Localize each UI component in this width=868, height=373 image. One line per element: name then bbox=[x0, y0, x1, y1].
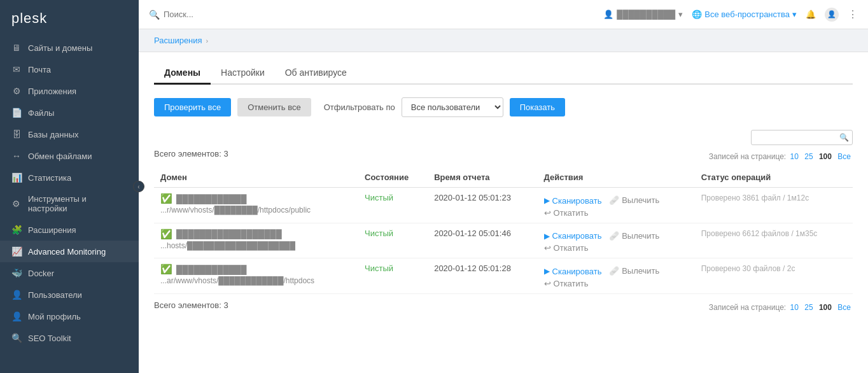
table-search-input[interactable] bbox=[751, 130, 853, 145]
per-page-bottom-100[interactable]: 100 bbox=[819, 303, 832, 312]
col-header-status: Состояние bbox=[358, 167, 428, 188]
op-status-cell-0: Проверено 3861 файл / 1м12с bbox=[695, 188, 853, 223]
show-button[interactable]: Показать bbox=[510, 98, 565, 116]
heal-button-1[interactable]: 🩹 Вылечить bbox=[609, 231, 659, 241]
col-header-actions: Действия bbox=[538, 167, 695, 188]
table-search-wrap: 🔍 bbox=[751, 130, 853, 145]
breadcrumb: Расширения › bbox=[139, 29, 868, 52]
rollback-button-1[interactable]: ↩ Откатить bbox=[544, 243, 589, 253]
tab-domains[interactable]: Домены bbox=[154, 62, 211, 85]
scan-button-2[interactable]: ▶ Сканировать bbox=[544, 267, 602, 276]
content-area: Домены Настройки Об антивирусе Проверить… bbox=[139, 52, 868, 373]
sidebar-item-myprofile[interactable]: 👤 Мой профиль bbox=[0, 306, 139, 327]
breadcrumb-parent[interactable]: Расширения bbox=[154, 36, 202, 45]
extensions-icon: 🧩 bbox=[11, 225, 22, 235]
time-value-0: 2020-01-12 05:01:23 bbox=[434, 193, 511, 202]
search-box: 🔍 bbox=[149, 10, 597, 20]
time-cell-1: 2020-01-12 05:01:46 bbox=[428, 223, 537, 258]
col-header-op-status: Статус операций bbox=[695, 167, 853, 188]
heal-icon-2: 🩹 bbox=[609, 266, 619, 276]
filter-select[interactable]: Все пользователи bbox=[402, 97, 503, 117]
op-status-value-0: Проверено 3861 файл / 1м12с bbox=[701, 194, 809, 202]
websites-label: Все веб-пространства bbox=[704, 10, 790, 19]
op-status-cell-2: Проверено 30 файлов / 2с bbox=[695, 258, 853, 294]
cancel-all-button[interactable]: Отменить все bbox=[237, 98, 311, 116]
tab-about[interactable]: Об антивирусе bbox=[275, 62, 357, 85]
check-all-button[interactable]: Проверить все bbox=[154, 98, 231, 116]
heal-icon-1: 🩹 bbox=[609, 231, 619, 241]
sidebar-item-files[interactable]: 📄 Файлы bbox=[0, 102, 139, 123]
user-avatar[interactable]: 👤 bbox=[825, 8, 839, 22]
search-input[interactable] bbox=[164, 10, 291, 19]
bell-icon[interactable]: 🔔 bbox=[806, 10, 816, 19]
filter-label: Отфильтровать по bbox=[324, 102, 395, 112]
sidebar-item-mail[interactable]: ✉ Почта bbox=[0, 59, 139, 80]
heal-button-0[interactable]: 🩹 Вылечить bbox=[609, 195, 659, 205]
mail-icon: ✉ bbox=[11, 64, 22, 74]
sidebar-item-seo[interactable]: 🔍 SEO Toolkit bbox=[0, 327, 139, 349]
sidebar-item-tools[interactable]: ⚙ Инструменты и настройки bbox=[0, 188, 139, 219]
sidebar-label-databases: Базы данных bbox=[28, 130, 79, 139]
sidebar-label-advmon: Advanced Monitoring bbox=[28, 247, 106, 257]
status-cell-2: Чистый bbox=[358, 258, 428, 294]
more-icon[interactable]: ⋮ bbox=[848, 8, 858, 20]
advmon-icon: 📈 bbox=[11, 246, 22, 257]
heal-button-2[interactable]: 🩹 Вылечить bbox=[609, 266, 659, 276]
per-page-10[interactable]: 10 bbox=[790, 152, 799, 161]
per-page-text-bottom: Записей на странице: bbox=[709, 303, 786, 312]
per-page-bottom-10[interactable]: 10 bbox=[790, 303, 799, 312]
heal-icon-0: 🩹 bbox=[609, 195, 619, 205]
play-icon-2: ▶ bbox=[544, 267, 550, 276]
sidebar-item-sites[interactable]: 🖥 Сайты и домены bbox=[0, 37, 139, 59]
sidebar-label-docker: Docker bbox=[28, 269, 54, 278]
scan-button-0[interactable]: ▶ Сканировать bbox=[544, 196, 602, 206]
time-value-2: 2020-01-12 05:01:28 bbox=[434, 264, 511, 273]
websites-dropdown[interactable]: 🌐 Все веб-пространства ▾ bbox=[692, 10, 797, 19]
chevron-down-icon2: ▾ bbox=[792, 10, 797, 19]
sidebar-item-databases[interactable]: 🗄 Базы данных bbox=[0, 123, 139, 145]
sidebar-item-apps[interactable]: ⚙ Приложения bbox=[0, 80, 139, 102]
logo: plesk bbox=[0, 0, 139, 37]
sidebar-label-stats: Статистика bbox=[28, 173, 71, 183]
sidebar-item-fileshare[interactable]: ↔ Обмен файлами bbox=[0, 145, 139, 167]
sidebar-item-advmon[interactable]: 📈 Advanced Monitoring bbox=[0, 241, 139, 262]
status-badge-0: Чистый bbox=[365, 193, 393, 202]
actions-cell-1: ▶ Сканировать 🩹 Вылечить ↩ Откатить bbox=[538, 223, 695, 258]
actions-cell-0: ▶ Сканировать 🩹 Вылечить ↩ Откатить bbox=[538, 188, 695, 223]
topbar-right: 👤 ██████████ ▾ 🌐 Все веб-пространства ▾ … bbox=[603, 8, 858, 22]
scan-button-1[interactable]: ▶ Сканировать bbox=[544, 231, 602, 241]
total-items-bottom: Всего элементов: 3 bbox=[154, 300, 228, 310]
time-cell-2: 2020-01-12 05:01:28 bbox=[428, 258, 537, 294]
sidebar-item-docker[interactable]: 🐳 Docker bbox=[0, 262, 139, 284]
domains-table: Домен Состояние Время отчета Действия Ст… bbox=[154, 167, 853, 294]
sidebar-label-users: Пользователи bbox=[28, 290, 82, 300]
op-status-value-1: Проверено 6612 файлов / 1м35с bbox=[701, 229, 818, 238]
collapse-sidebar-button[interactable]: ‹ bbox=[133, 181, 144, 192]
globe-icon: 🌐 bbox=[692, 10, 702, 19]
sidebar-label-extensions: Расширения bbox=[28, 225, 76, 235]
play-icon-0: ▶ bbox=[544, 196, 550, 205]
breadcrumb-separator: › bbox=[206, 37, 209, 45]
sidebar-label-seo: SEO Toolkit bbox=[28, 334, 71, 343]
rollback-button-2[interactable]: ↩ Откатить bbox=[544, 279, 589, 288]
per-page-100[interactable]: 100 bbox=[819, 152, 832, 161]
domain-name-2: ████████████ bbox=[176, 265, 247, 274]
user-icon: 👤 bbox=[603, 10, 613, 19]
apps-icon: ⚙ bbox=[11, 86, 22, 96]
per-page-all[interactable]: Все bbox=[837, 152, 851, 161]
per-page-top: Записей на странице: 10 25 100 Все bbox=[709, 152, 853, 161]
sidebar-item-stats[interactable]: 📊 Статистика bbox=[0, 167, 139, 188]
tab-settings[interactable]: Настройки bbox=[211, 62, 275, 85]
per-page-bottom-all[interactable]: Все bbox=[837, 303, 851, 312]
docker-icon: 🐳 bbox=[11, 268, 22, 278]
domain-name-1: ██████████████████ bbox=[176, 229, 282, 239]
sidebar-label-sites: Сайты и домены bbox=[28, 43, 92, 53]
rollback-icon-1: ↩ bbox=[544, 243, 551, 253]
rollback-button-0[interactable]: ↩ Откатить bbox=[544, 208, 589, 218]
sidebar-item-extensions[interactable]: 🧩 Расширения bbox=[0, 219, 139, 241]
sidebar-item-users[interactable]: 👤 Пользователи bbox=[0, 284, 139, 306]
per-page-bottom-25[interactable]: 25 bbox=[804, 303, 813, 312]
per-page-25[interactable]: 25 bbox=[804, 152, 813, 161]
chevron-down-icon: ▾ bbox=[678, 10, 683, 19]
col-header-domain: Домен bbox=[154, 167, 358, 188]
